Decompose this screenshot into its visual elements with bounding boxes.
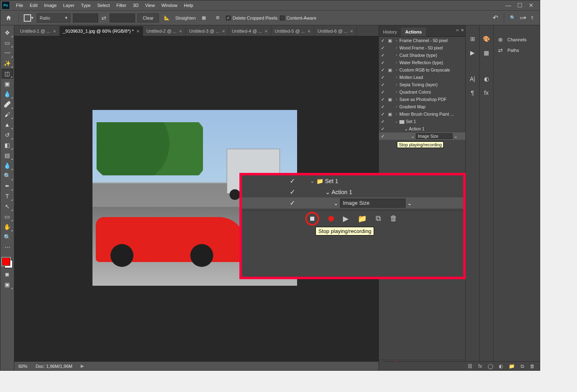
crop-width-field[interactable] xyxy=(73,13,98,22)
new-set-icon-inset[interactable]: 📁 xyxy=(358,214,367,223)
menu-window[interactable]: Window xyxy=(158,1,180,9)
search-icon[interactable]: 🔍 xyxy=(510,15,516,20)
action-item-row[interactable]: ✓⌄ Action 1 xyxy=(379,125,465,132)
dodge-tool[interactable]: 🔍 xyxy=(2,171,13,181)
history-brush-tool[interactable]: ↺ xyxy=(2,130,13,140)
menu-file[interactable]: File xyxy=(13,1,27,9)
menu-type[interactable]: Type xyxy=(78,1,94,9)
crop-tool[interactable]: ◫ xyxy=(2,69,13,78)
crop-tool-preset-icon[interactable]: ▾ xyxy=(23,12,34,24)
content-aware-checkbox[interactable]: Content-Aware xyxy=(280,16,316,20)
doc-tab[interactable]: Untitled-2 @ ...✕ xyxy=(143,26,186,36)
new-group-icon[interactable]: 📁 xyxy=(509,363,515,369)
image-size-field-inset[interactable] xyxy=(340,199,406,208)
healing-brush-tool[interactable]: 🩹 xyxy=(2,99,13,109)
tab-history[interactable]: History xyxy=(379,27,401,36)
doc-tab[interactable]: Untitled-6 @ ...✕ xyxy=(314,26,357,36)
crop-settings-icon[interactable]: ⚙ xyxy=(212,12,223,24)
action-row[interactable]: ✓▣›Mixer Brush Cloning Paint ... xyxy=(379,110,465,118)
action-row[interactable]: ✓▣›Frame Channel - 50 pixel xyxy=(379,37,465,44)
action-set-row[interactable]: ✓⌄Set 1 xyxy=(379,118,465,125)
layer-mask-icon[interactable]: ◯ xyxy=(488,363,493,369)
action-step-row[interactable]: ✓⌄ ⌄ xyxy=(379,132,465,140)
action-row[interactable]: ✓▣›Custom RGB to Grayscale xyxy=(379,66,465,74)
brush-tool[interactable]: 🖌 xyxy=(2,110,13,119)
crop-height-field[interactable] xyxy=(110,13,135,22)
doc-tab[interactable]: Untitled-5 @ ...✕ xyxy=(271,26,314,36)
menu-filter[interactable]: Filter xyxy=(113,1,129,9)
doc-tab[interactable]: Untitled-4 @ ...✕ xyxy=(229,26,272,36)
doc-info-menu-icon[interactable]: ▶ xyxy=(81,363,84,369)
play-button-inset[interactable]: ▶ xyxy=(343,214,349,223)
eyedropper-tool[interactable]: 💧 xyxy=(2,89,13,99)
action-row[interactable]: ✓›Water Reflection (type) xyxy=(379,59,465,66)
lasso-tool[interactable]: 〰 xyxy=(2,48,13,58)
straighten-icon[interactable]: 📐 xyxy=(161,12,173,24)
move-tool[interactable]: ✥ xyxy=(2,28,13,38)
delete-cropped-checkbox[interactable]: ✓Delete Cropped Pixels xyxy=(226,16,277,20)
layer-fx-icon[interactable]: fx xyxy=(478,363,482,369)
doc-tab[interactable]: Untitled-3 @ ...✕ xyxy=(186,26,229,36)
path-select-tool[interactable]: ↖ xyxy=(2,202,13,211)
link-layers-icon[interactable]: ⛓ xyxy=(468,363,473,369)
character-icon[interactable]: A| xyxy=(468,74,477,83)
action-row[interactable]: ✓›Molten Lead xyxy=(379,74,465,81)
doc-tab[interactable]: _9109633_1.jpg @ 60% (RGB/8*) *✕ xyxy=(60,26,143,36)
menu-help[interactable]: Help xyxy=(181,1,197,9)
eraser-tool[interactable]: ◧ xyxy=(2,140,13,150)
magic-wand-tool[interactable]: ✨ xyxy=(2,58,13,68)
new-layer-icon[interactable]: ⧉ xyxy=(521,363,524,369)
delete-layer-icon[interactable]: 🗑 xyxy=(530,363,535,369)
close-icon[interactable]: ✕ xyxy=(307,29,311,34)
action-row[interactable]: ✓›Sepia Toning (layer) xyxy=(379,81,465,88)
image-size-field[interactable] xyxy=(416,133,453,139)
close-icon[interactable]: ✕ xyxy=(136,29,140,34)
edit-toolbar[interactable]: ⋯ xyxy=(2,242,13,252)
color-icon[interactable]: 🎨 xyxy=(482,34,491,43)
delete-icon-inset[interactable]: 🗑 xyxy=(390,214,397,223)
close-icon[interactable]: ✕ xyxy=(222,29,225,34)
quick-mask-icon[interactable]: ◙ xyxy=(2,269,13,279)
stop-recording-button-inset[interactable] xyxy=(305,212,319,226)
close-icon[interactable]: ✕ xyxy=(264,29,268,34)
action-row[interactable]: ✓›Cast Shadow (type) xyxy=(379,52,465,59)
adjustments-icon[interactable]: ◐ xyxy=(482,74,491,83)
doc-tab[interactable]: Untitled-1 @ ...✕ xyxy=(17,26,60,36)
type-tool[interactable]: T xyxy=(2,191,13,201)
overlay-grid-icon[interactable]: ▦ xyxy=(198,12,210,24)
screen-mode-icon[interactable]: ▣ xyxy=(2,280,13,289)
swatches-icon[interactable]: ▦ xyxy=(482,48,491,57)
tab-actions[interactable]: Actions xyxy=(401,27,426,36)
window-maximize-icon[interactable]: ☐ xyxy=(516,2,523,9)
zoom-level[interactable]: 60% xyxy=(18,364,27,369)
menu-view[interactable]: View xyxy=(142,1,158,9)
zoom-tool[interactable]: 🔍 xyxy=(2,232,13,242)
frame-tool[interactable]: ▣ xyxy=(2,79,13,89)
reset-crop-icon[interactable]: ↶ xyxy=(493,14,498,22)
home-icon[interactable] xyxy=(3,12,14,24)
clone-stamp-tool[interactable]: ▲ xyxy=(2,120,13,130)
doc-info[interactable]: Doc: 1,96M/1,96M xyxy=(36,364,72,369)
properties-icon[interactable]: ⊞ xyxy=(468,34,477,43)
window-minimize-icon[interactable]: — xyxy=(505,2,512,9)
pen-tool[interactable]: ✒ xyxy=(2,181,13,191)
action-row[interactable]: ✓▣›Save as Photoshop PDF xyxy=(379,96,465,103)
share-icon[interactable]: ⇪ xyxy=(530,15,534,20)
fg-color-swatch[interactable] xyxy=(2,258,10,266)
channels-panel-tab[interactable]: ⊗Channels xyxy=(494,34,540,45)
color-swatches[interactable] xyxy=(1,257,14,269)
swap-dims-icon[interactable]: ⇄ xyxy=(101,15,107,21)
clear-button[interactable]: Clear xyxy=(137,13,159,22)
play-panel-icon[interactable]: ▶ xyxy=(468,48,477,57)
menu-select[interactable]: Select xyxy=(94,1,113,9)
panel-menu-icon[interactable]: ≡ xyxy=(461,28,464,32)
menu-3d[interactable]: 3D xyxy=(130,1,142,9)
close-icon[interactable]: ✕ xyxy=(179,29,182,34)
fill-adjust-icon[interactable]: ◐ xyxy=(499,363,503,369)
menu-image[interactable]: Image xyxy=(41,1,60,9)
window-close-icon[interactable]: ✕ xyxy=(527,2,535,9)
record-button-inset[interactable] xyxy=(328,216,334,222)
menu-layer[interactable]: Layer xyxy=(60,1,78,9)
action-row[interactable]: ✓›Gradient Map xyxy=(379,103,465,110)
action-row[interactable]: ✓›Wood Frame - 50 pixel xyxy=(379,44,465,52)
